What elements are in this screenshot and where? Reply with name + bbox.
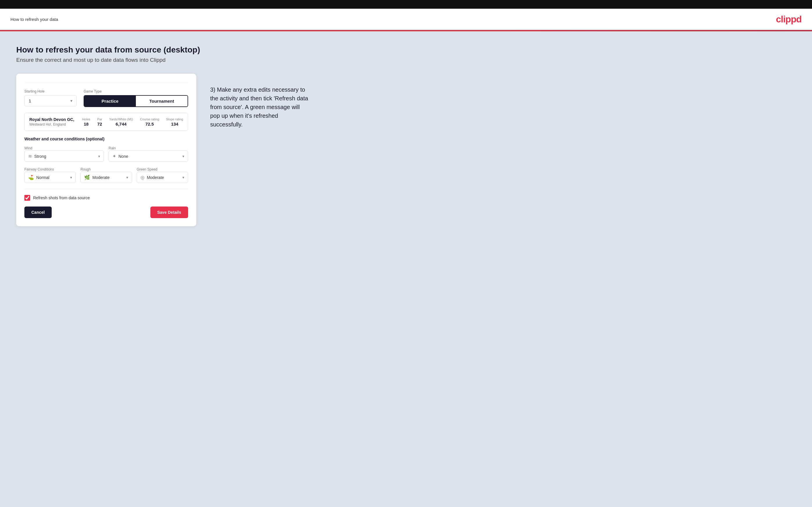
green-speed-label: Green Speed xyxy=(137,167,157,171)
course-name: Royal North Devon GC, xyxy=(29,117,74,122)
rough-label: Rough xyxy=(81,167,91,171)
slope-rating-stat: Slope rating 134 xyxy=(166,117,183,126)
green-speed-select-wrapper[interactable]: ◎ Moderate ▼ xyxy=(137,172,188,183)
wind-chevron-icon: ▼ xyxy=(98,155,101,158)
rain-group: Rain ✦ None ▼ xyxy=(109,145,188,162)
conditions-heading: Weather and course conditions (optional) xyxy=(24,136,188,141)
rain-value: None xyxy=(118,154,177,159)
wind-select-wrapper[interactable]: ≋ Strong ▼ xyxy=(24,151,104,162)
page-subheading: Ensure the correct and most up to date d… xyxy=(16,57,796,63)
wind-rain-row: Wind ≋ Strong ▼ Rain ✦ None ▼ xyxy=(24,145,188,162)
header-title: How to refresh your data xyxy=(10,17,58,22)
header: How to refresh your data clippd xyxy=(0,9,812,31)
holes-stat: Holes 18 xyxy=(82,117,90,126)
rough-group: Rough 🌿 Moderate ▼ xyxy=(81,167,132,183)
rain-icon: ✦ xyxy=(112,154,116,159)
fairway-label: Fairway Conditions xyxy=(24,167,54,171)
refresh-checkbox-row: Refresh shots from data source xyxy=(24,195,188,201)
side-note-text: 3) Make any extra edits necessary to the… xyxy=(210,85,309,129)
clippd-logo: clippd xyxy=(776,14,802,25)
course-rating-value: 72.5 xyxy=(145,121,154,126)
slope-rating-label: Slope rating xyxy=(166,117,183,121)
course-info-box: Royal North Devon GC, Westward Ho!, Engl… xyxy=(24,113,188,131)
yards-value: 6,744 xyxy=(115,121,126,126)
fairway-select-wrapper[interactable]: ⛳ Normal ▼ xyxy=(24,172,76,183)
game-type-buttons: Practice Tournament xyxy=(84,95,188,107)
starting-hole-wrapper: 1 ▼ xyxy=(24,95,77,106)
wind-icon: ≋ xyxy=(28,154,32,159)
green-speed-group: Green Speed ◎ Moderate ▼ xyxy=(137,167,188,183)
green-speed-chevron-icon: ▼ xyxy=(182,176,185,179)
rough-chevron-icon: ▼ xyxy=(126,176,129,179)
game-type-label: Game Type xyxy=(84,89,188,94)
holes-label: Holes xyxy=(82,117,90,121)
content-row: Starting Hole 1 ▼ Game Type Practice Tou… xyxy=(16,74,796,226)
form-actions: Cancel Save Details xyxy=(24,207,188,218)
rain-label: Rain xyxy=(109,146,116,150)
refresh-label[interactable]: Refresh shots from data source xyxy=(33,195,90,200)
tournament-button[interactable]: Tournament xyxy=(136,96,188,106)
holes-value: 18 xyxy=(84,121,89,126)
yards-label: Yards/White (M)) xyxy=(109,117,133,121)
fairway-group: Fairway Conditions ⛳ Normal ▼ xyxy=(24,167,76,183)
green-speed-icon: ◎ xyxy=(141,175,145,180)
top-fields-row: Starting Hole 1 ▼ Game Type Practice Tou… xyxy=(24,89,188,107)
save-button[interactable]: Save Details xyxy=(150,207,189,218)
starting-hole-select[interactable]: 1 xyxy=(24,95,77,106)
rough-icon: 🌿 xyxy=(84,175,90,180)
wind-group: Wind ≋ Strong ▼ xyxy=(24,145,104,162)
wind-value: Strong xyxy=(34,154,93,159)
fairway-value: Normal xyxy=(36,175,65,180)
course-location: Westward Ho!, England xyxy=(29,122,74,126)
par-stat: Par 72 xyxy=(97,117,102,126)
wind-label: Wind xyxy=(24,146,32,150)
fairway-icon: ⛳ xyxy=(28,175,34,180)
game-type-group: Game Type Practice Tournament xyxy=(84,89,188,107)
rain-chevron-icon: ▼ xyxy=(182,155,185,158)
starting-hole-group: Starting Hole 1 ▼ xyxy=(24,89,77,107)
form-card: Starting Hole 1 ▼ Game Type Practice Tou… xyxy=(16,74,196,226)
rain-select-wrapper[interactable]: ✦ None ▼ xyxy=(109,151,188,162)
course-stats: Holes 18 Par 72 Yards/White (M)) 6,744 C… xyxy=(82,117,183,126)
rough-value: Moderate xyxy=(92,175,121,180)
course-rating-label: Course rating xyxy=(140,117,159,121)
main-content: How to refresh your data from source (de… xyxy=(0,31,812,507)
green-speed-value: Moderate xyxy=(147,175,177,180)
par-value: 72 xyxy=(97,121,102,126)
rough-select-wrapper[interactable]: 🌿 Moderate ▼ xyxy=(81,172,132,183)
surface-conditions-row: Fairway Conditions ⛳ Normal ▼ Rough 🌿 Mo… xyxy=(24,167,188,183)
slope-rating-value: 134 xyxy=(171,121,178,126)
cancel-button[interactable]: Cancel xyxy=(24,207,52,218)
course-info-left: Royal North Devon GC, Westward Ho!, Engl… xyxy=(29,117,74,126)
yards-stat: Yards/White (M)) 6,744 xyxy=(109,117,133,126)
practice-button[interactable]: Practice xyxy=(84,96,136,106)
starting-hole-label: Starting Hole xyxy=(24,89,77,94)
par-label: Par xyxy=(97,117,102,121)
page-heading: How to refresh your data from source (de… xyxy=(16,45,796,55)
divider xyxy=(24,189,188,189)
side-note: 3) Make any extra edits necessary to the… xyxy=(210,74,309,129)
course-rating-stat: Course rating 72.5 xyxy=(140,117,159,126)
fairway-chevron-icon: ▼ xyxy=(69,176,72,179)
refresh-checkbox[interactable] xyxy=(24,195,30,201)
